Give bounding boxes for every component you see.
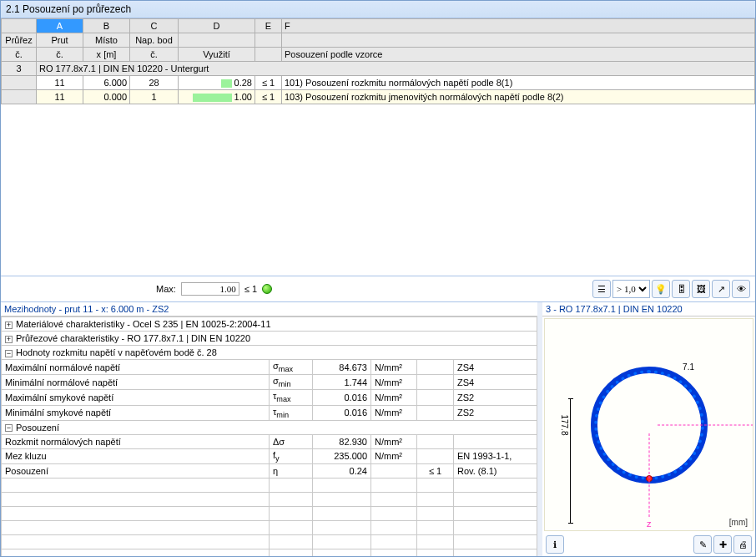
expand-icon[interactable]: + xyxy=(5,322,13,329)
head-section-no: Průřez xyxy=(2,33,37,48)
stress-points-button[interactable]: ✎ xyxy=(693,535,712,554)
view-button[interactable]: 👁 xyxy=(732,280,750,298)
status-ok-icon xyxy=(262,284,272,294)
table-row[interactable]: 11 6.000 28 0.28 ≤ 1 101) Posouzení rozk… xyxy=(2,76,755,90)
max-value-input[interactable] xyxy=(181,282,239,296)
details-panel: Mezihodnoty - prut 11 - x: 6.000 m - ZS2… xyxy=(1,302,542,556)
detail-row[interactable]: Mez kluzufy235.000N/mm²EN 1993-1-1, xyxy=(2,448,537,463)
col-C[interactable]: C xyxy=(130,19,179,33)
group-row[interactable]: 3 RO 177.8x7.1 | DIN EN 10220 - Untergur… xyxy=(2,62,755,76)
head-location: Místo xyxy=(83,33,130,48)
lightbulb-button[interactable]: 💡 xyxy=(652,280,670,298)
detail-row[interactable]: −Posouzení xyxy=(2,420,537,434)
panel-title: 2.1 Posouzení po průřezech xyxy=(1,1,755,18)
axes-button[interactable]: ✚ xyxy=(713,535,732,554)
expand-icon[interactable]: − xyxy=(5,424,13,432)
preview-title: 3 - RO 177.8x7.1 | DIN EN 10220 xyxy=(542,302,755,316)
ratio-filter-combo[interactable]: > 1,0 xyxy=(612,280,650,298)
detail-row[interactable]: Minimální normálové napětíσmin1.744N/mm²… xyxy=(2,375,537,390)
max-label: Max: xyxy=(156,284,176,294)
table-row[interactable]: 11 0.000 1 1.00 ≤ 1 103) Posouzení rozkm… xyxy=(2,90,755,104)
detail-row[interactable]: +Průřezové charakteristiky - RO 177.8x7.… xyxy=(2,332,537,346)
head-stress-point: Nap. bod xyxy=(130,33,179,48)
detail-row[interactable]: Minimální smykové napětíτmin0.016N/mm²ZS… xyxy=(2,405,537,420)
detail-row[interactable]: Maximální smykové napětíτmax0.016N/mm²ZS… xyxy=(2,390,537,405)
detail-row[interactable]: +Materiálové charakteristiky - Ocel S 23… xyxy=(2,317,537,332)
expand-icon[interactable]: − xyxy=(5,350,13,357)
col-D[interactable]: D xyxy=(179,19,255,33)
unit-label: [mm] xyxy=(729,518,748,527)
filter-button[interactable]: ☰ xyxy=(592,280,611,298)
expand-icon[interactable]: + xyxy=(5,336,13,343)
head-utilization: Využití xyxy=(179,48,255,62)
print-preview-button[interactable]: 🖨 xyxy=(733,535,752,554)
section-graphic[interactable]: 177.8 7.1 [mm] xyxy=(544,318,753,531)
detail-row[interactable]: Rozkmit normálových napětíΔσ82.930N/mm² xyxy=(2,434,537,448)
select-member-button[interactable]: ↗ xyxy=(712,280,730,298)
show-graphic-button[interactable]: 🖼 xyxy=(692,280,710,298)
col-E[interactable]: E xyxy=(255,19,282,33)
dim-outer: 177.8 xyxy=(560,414,569,435)
color-scale-button[interactable]: 🎛 xyxy=(672,280,690,298)
head-member: Prut xyxy=(37,33,83,48)
detail-row[interactable]: −Hodnoty rozkmitu napětí v napěťovém bod… xyxy=(2,346,537,360)
details-title: Mezihodnoty - prut 11 - x: 6.000 m - ZS2 xyxy=(1,302,537,316)
axis-z xyxy=(648,433,649,517)
col-B[interactable]: B xyxy=(83,19,130,33)
dim-thickness: 7.1 xyxy=(683,362,694,372)
results-grid: A B C D E F Průřez Prut Místo Nap. bod č… xyxy=(1,18,755,276)
head-design-formula: Posouzení podle vzorce xyxy=(282,48,755,62)
detail-row[interactable]: Maximální normálové napětíσmax84.673N/mm… xyxy=(2,360,537,375)
axis-y xyxy=(658,424,754,425)
col-F[interactable]: F xyxy=(282,19,755,33)
section-preview-panel: 3 - RO 177.8x7.1 | DIN EN 10220 177.8 7.… xyxy=(542,302,755,556)
info-button[interactable]: ℹ xyxy=(546,535,564,554)
detail-row[interactable]: Posouzeníη0.24≤ 1Rov. (8.1) xyxy=(2,463,537,478)
max-compare: ≤ 1 xyxy=(244,284,257,294)
col-A[interactable]: A xyxy=(37,19,83,33)
